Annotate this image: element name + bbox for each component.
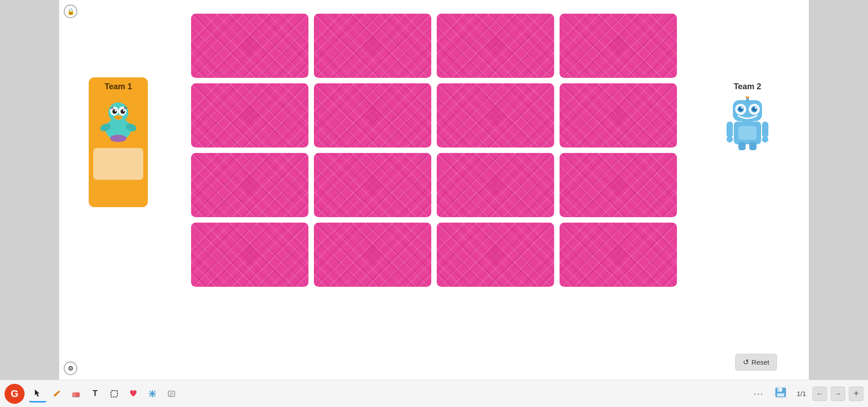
svg-rect-21 bbox=[727, 122, 733, 137]
select-box-icon bbox=[110, 390, 118, 398]
team1-card: Team 1 bbox=[89, 77, 148, 207]
more-options-button[interactable]: ··· bbox=[750, 386, 767, 402]
svg-rect-40 bbox=[76, 392, 80, 397]
svg-point-23 bbox=[727, 136, 733, 142]
svg-point-34 bbox=[755, 107, 757, 109]
text-icon: T bbox=[93, 389, 98, 398]
save-button[interactable] bbox=[771, 385, 790, 402]
svg-point-9 bbox=[115, 110, 116, 112]
heart-icon bbox=[129, 390, 137, 398]
g-logo-button[interactable]: G bbox=[5, 384, 25, 404]
memory-card[interactable] bbox=[314, 153, 431, 217]
memory-card[interactable] bbox=[560, 14, 677, 78]
svg-point-8 bbox=[121, 109, 125, 114]
svg-point-18 bbox=[110, 135, 126, 142]
select-tool-button[interactable] bbox=[106, 385, 123, 402]
svg-rect-38 bbox=[749, 142, 757, 150]
svg-rect-22 bbox=[762, 122, 768, 137]
page-counter: 1/1 bbox=[794, 390, 809, 397]
toolbar: G T bbox=[0, 380, 868, 407]
team1-avatar bbox=[96, 94, 141, 144]
list-tool-button[interactable] bbox=[163, 385, 180, 402]
memory-card[interactable] bbox=[560, 153, 677, 217]
card-grid bbox=[191, 14, 677, 287]
svg-rect-54 bbox=[777, 393, 784, 397]
svg-point-33 bbox=[741, 107, 743, 109]
svg-point-7 bbox=[112, 109, 117, 114]
next-page-button[interactable]: → bbox=[831, 387, 845, 401]
pencil-icon bbox=[53, 390, 61, 398]
svg-point-10 bbox=[123, 110, 125, 112]
svg-rect-20 bbox=[738, 126, 757, 140]
prev-page-button[interactable]: ← bbox=[812, 387, 827, 401]
memory-card[interactable] bbox=[191, 153, 308, 217]
reset-button[interactable]: ↺ Reset bbox=[735, 354, 777, 371]
main-canvas: 🔒 ⚙ Team 1 bbox=[59, 0, 809, 380]
save-icon bbox=[775, 387, 787, 398]
cursor-icon bbox=[34, 389, 42, 397]
reset-label: Reset bbox=[752, 358, 769, 366]
svg-point-47 bbox=[151, 393, 153, 395]
eraser-icon bbox=[71, 390, 81, 398]
text-tool-button[interactable]: T bbox=[86, 385, 104, 402]
team2-card: Team 2 bbox=[718, 77, 777, 187]
team2-label: Team 2 bbox=[734, 82, 762, 92]
reset-icon: ↺ bbox=[743, 358, 749, 366]
team1-score-box bbox=[93, 148, 143, 180]
heart-tool-button[interactable] bbox=[125, 385, 142, 402]
toolbar-right: ··· 1/1 ← → + bbox=[750, 385, 863, 402]
memory-card[interactable] bbox=[191, 14, 308, 78]
svg-rect-53 bbox=[777, 388, 782, 392]
memory-card[interactable] bbox=[437, 14, 554, 78]
settings-icon[interactable]: ⚙ bbox=[64, 361, 77, 375]
memory-card[interactable] bbox=[191, 223, 308, 287]
eraser-tool-button[interactable] bbox=[67, 385, 85, 402]
svg-point-24 bbox=[762, 136, 768, 142]
svg-rect-37 bbox=[738, 142, 746, 150]
memory-card[interactable] bbox=[437, 83, 554, 148]
lock-icon[interactable]: 🔒 bbox=[64, 5, 77, 18]
team2-avatar bbox=[722, 94, 772, 153]
pencil-tool-button[interactable] bbox=[48, 385, 66, 402]
team1-label: Team 1 bbox=[105, 82, 132, 92]
memory-card[interactable] bbox=[560, 83, 677, 148]
cursor-tool-button[interactable] bbox=[29, 385, 46, 402]
svg-rect-42 bbox=[111, 391, 117, 397]
snowflake-icon bbox=[148, 390, 156, 398]
add-page-button[interactable]: + bbox=[849, 387, 863, 401]
svg-rect-55 bbox=[778, 389, 779, 391]
memory-card[interactable] bbox=[191, 83, 308, 148]
list-icon bbox=[167, 390, 176, 398]
memory-card[interactable] bbox=[437, 223, 554, 287]
snowflake-tool-button[interactable] bbox=[144, 385, 161, 402]
memory-card[interactable] bbox=[437, 153, 554, 217]
memory-card[interactable] bbox=[314, 223, 431, 287]
memory-card[interactable] bbox=[560, 223, 677, 287]
memory-card[interactable] bbox=[314, 83, 431, 148]
memory-card[interactable] bbox=[314, 14, 431, 78]
